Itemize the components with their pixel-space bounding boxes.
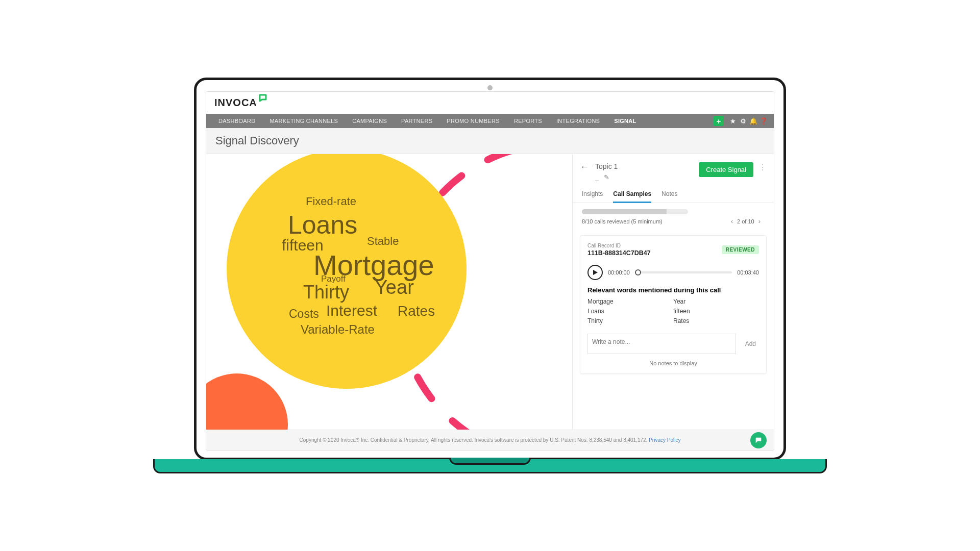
bell-icon[interactable]: 🔔 [748,117,758,125]
call-record-card: Call Record ID 111B-888314C7DB47 REVIEWE… [580,235,767,374]
pencil-icon[interactable]: ✎ [604,173,609,181]
brand-logo: INVOCA [214,97,257,109]
wordcloud-word[interactable]: Costs [289,307,319,321]
nav-plus-button[interactable]: + [714,116,724,126]
relevant-words-col-2: YearfifteenRates [673,297,759,327]
nav-item-dashboard[interactable]: DASHBOARD [211,114,262,128]
back-arrow-icon[interactable]: ← [580,162,595,171]
relevant-word: Year [673,297,759,307]
play-button[interactable] [587,265,603,280]
camera-dot [487,85,493,90]
laptop-frame: INVOCA DASHBOARDMARKETING CHANNELSCAMPAI… [194,78,786,473]
kebab-menu-icon[interactable]: ⋮ [758,162,767,172]
main-nav: DASHBOARDMARKETING CHANNELSCAMPAIGNSPART… [206,114,774,128]
relevant-word: fifteen [673,307,759,316]
brand-bar: INVOCA [206,92,774,114]
tab-call-samples[interactable]: Call Samples [613,186,651,203]
nav-item-partners[interactable]: PARTNERS [394,114,439,128]
chat-logo-icon [258,93,267,103]
audio-scrubber[interactable] [635,271,732,273]
pager-next-icon[interactable]: › [754,217,765,225]
topic-title: Topic 1 [595,162,618,170]
help-icon[interactable]: ❓ [758,117,769,125]
relevant-words-col-1: MortgageLoansThirty [587,297,673,327]
gear-icon[interactable]: ⚙ [738,117,748,125]
footer-text: Copyright © 2020 Invoca® Inc. Confidenti… [300,437,649,443]
nav-item-signal[interactable]: SIGNAL [607,114,643,128]
side-panel: ← Topic 1 _ ✎ Create Signal ⋮ InsightsC [572,154,774,430]
nav-item-promo-numbers[interactable]: PROMO NUMBERS [439,114,507,128]
topic-rename-field[interactable]: _ [595,173,599,181]
nav-item-marketing-channels[interactable]: MARKETING CHANNELS [262,114,345,128]
wordcloud-word[interactable]: Rates [398,303,435,319]
chat-widget-icon[interactable] [750,432,767,448]
wordcloud-word[interactable]: Interest [326,302,377,319]
relevant-word: Loans [587,307,673,316]
star-icon[interactable]: ★ [728,117,738,125]
reviewed-badge: REVIEWED [722,245,759,254]
laptop-base [153,459,827,473]
wordcloud-word[interactable]: Year [375,277,414,298]
time-elapsed: 00:00:00 [608,269,630,276]
secondary-circle[interactable] [206,373,288,430]
record-id-value: 111B-888314C7DB47 [587,249,651,257]
create-signal-button[interactable]: Create Signal [699,162,753,177]
pager-label: 2 of 10 [737,218,754,224]
relevant-words-title: Relevant words mentioned during this cal… [587,286,759,294]
review-status-text: 8/10 calls reviewed (5 minimum) [582,218,663,224]
footer: Copyright © 2020 Invoca® Inc. Confidenti… [206,430,774,450]
wordcloud-word[interactable]: Fixed-rate [306,195,356,208]
wordcloud-word[interactable]: Thirty [303,282,349,303]
add-note-button[interactable]: Add [742,340,759,347]
review-progress-bar [582,209,688,214]
wordcloud-panel: Fixed-rateLoansfifteenStableMortgagePayo… [206,154,572,430]
tab-insights[interactable]: Insights [582,186,603,203]
nav-item-integrations[interactable]: INTEGRATIONS [549,114,607,128]
page-title: Signal Discovery [206,128,774,154]
pager-prev-icon[interactable]: ‹ [727,217,737,225]
tab-notes[interactable]: Notes [662,186,677,203]
wordcloud-word[interactable]: Stable [367,235,399,248]
topic-circle[interactable]: Fixed-rateLoansfifteenStableMortgagePayo… [227,154,467,389]
app-window: INVOCA DASHBOARDMARKETING CHANNELSCAMPAI… [206,91,774,450]
panel-tabs: InsightsCall SamplesNotes [573,186,774,203]
relevant-word: Rates [673,316,759,326]
record-id-label: Call Record ID [587,243,651,248]
relevant-word: Mortgage [587,297,673,307]
privacy-policy-link[interactable]: Privacy Policy [649,437,680,443]
no-notes-text: No notes to display [587,360,759,366]
wordcloud-word[interactable]: Loans [288,210,357,240]
time-total: 00:03:40 [737,269,759,276]
relevant-word: Thirty [587,316,673,326]
wordcloud-word[interactable]: Variable-Rate [301,322,375,337]
note-input[interactable] [587,334,736,354]
nav-item-reports[interactable]: REPORTS [507,114,549,128]
nav-item-campaigns[interactable]: CAMPAIGNS [345,114,394,128]
